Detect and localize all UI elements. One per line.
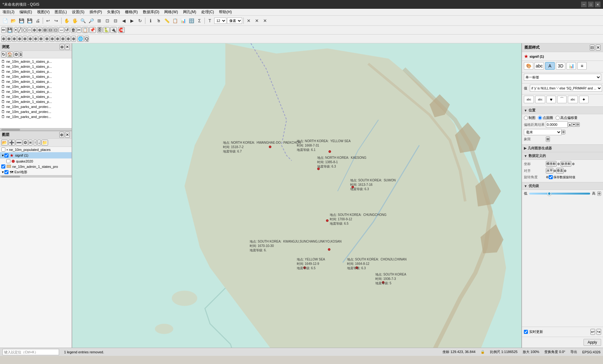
maximize-button[interactable]: □ — [588, 2, 594, 7]
plugin-manage-button[interactable]: 🔌 — [110, 27, 117, 33]
position-section-header[interactable]: ▼ 位置 — [522, 107, 603, 114]
zoom-in-button[interactable]: 🔍 — [79, 17, 87, 24]
python-console-button[interactable]: 🐍 — [103, 27, 110, 33]
unit-expr-btn[interactable]: ⚙ — [562, 130, 565, 134]
priority-section-header[interactable]: ▼ 优先级 — [522, 182, 603, 190]
paste-button[interactable]: 📌 — [89, 27, 96, 33]
y-coord-btn[interactable]: 纵坐标 — [561, 161, 571, 167]
menu-plugins[interactable]: 插件(P) — [87, 9, 105, 15]
tree-item-3[interactable]: 🗒 ne_10m_admin_1_states_p... — [0, 69, 72, 74]
apply-button[interactable]: Apply — [584, 339, 601, 346]
menu-settings[interactable]: 设置(S) — [69, 9, 87, 15]
menu-layer[interactable]: 图层(L) — [52, 9, 69, 15]
sum-button[interactable]: Σ — [196, 17, 203, 24]
tree-item-12[interactable]: 🗒 ne_10m_parks_and_protec... — [0, 114, 72, 119]
edit-toggle-button[interactable]: ✏ — [1, 27, 6, 33]
layer-up-btn[interactable]: ↑ — [34, 140, 37, 146]
annotation-button[interactable]: T — [206, 17, 214, 24]
v-align-btn[interactable]: 垂直 — [556, 168, 564, 174]
adv-btn6[interactable]: ⊕ — [28, 36, 33, 42]
style-icon-palette[interactable]: 🎨 — [524, 62, 533, 70]
distance-input[interactable] — [546, 121, 568, 128]
style-cross-btn[interactable]: ✦ — [579, 96, 589, 103]
pan-map-button[interactable]: 🖐 — [71, 17, 79, 24]
new-layer-btn[interactable]: ➕ — [8, 140, 15, 146]
digitize-btn2[interactable]: ⊗ — [37, 27, 42, 33]
save-as-button[interactable]: 💾 — [26, 17, 33, 24]
style-icon-label-active[interactable]: A — [545, 62, 555, 70]
menu-database[interactable]: 数据库(D) — [140, 9, 162, 15]
copy-button[interactable]: 📋 — [82, 27, 89, 33]
remove-layer-btn[interactable]: ➖ — [16, 140, 22, 146]
browser-hscroll[interactable] — [0, 128, 72, 131]
layer-more-btn[interactable]: ≡ — [29, 140, 32, 146]
node-tool-button[interactable]: ⊡ — [53, 27, 58, 33]
close-button[interactable]: ✕ — [595, 2, 600, 7]
tree-item-5[interactable]: 🗒 ne_10m_admin_1_states_p... — [0, 79, 72, 84]
refresh-button[interactable]: ↻ — [136, 17, 144, 24]
field-calc-button[interactable]: 🔢 — [187, 17, 195, 24]
qgis-btn[interactable]: Q — [84, 36, 89, 42]
save-layer-button[interactable]: 💾 — [7, 27, 13, 33]
menu-view[interactable]: 视图(V) — [35, 9, 52, 15]
geometry-section-header[interactable]: ▶ 几何图形生成器 — [522, 145, 603, 152]
tree-item-4[interactable]: 🗒 ne_10m_admin_1_states_p... — [0, 74, 72, 79]
snap-button[interactable]: ✕ — [245, 17, 253, 24]
h-align-btn[interactable]: 水平 — [546, 168, 553, 174]
layer-esri[interactable]: ▼ 🗺 Esri地形 — [0, 169, 72, 175]
layer-populated[interactable]: • ne_10m_populated_places — [0, 147, 72, 152]
font-unit-combo[interactable]: 像素 — [227, 18, 242, 24]
tree-item-2[interactable]: 🗒 ne_10m_admin_1_states_p... — [0, 64, 72, 69]
layer-quake2020[interactable]: quake2020 — [0, 158, 72, 164]
map-area[interactable]: 地点: NORTH KOREA: HWANGHAE-DO: PAEKCHON 时… — [72, 43, 521, 348]
layer-group-btn[interactable]: 📁 — [41, 140, 48, 146]
adv-btn12[interactable]: ⊕ — [61, 36, 65, 42]
adv-btn3[interactable]: ⊕ — [12, 36, 17, 42]
undo-style-btn[interactable]: ↩ — [590, 329, 595, 335]
adv-btn14[interactable]: ⊕ — [71, 36, 76, 42]
save-rotation-checkbox[interactable] — [549, 175, 553, 179]
tree-item-8[interactable]: 🗒 ne_10m_admin_1_states_p... — [0, 94, 72, 99]
position-offset[interactable]: 高点偏移量 — [556, 115, 578, 120]
move-feature-button[interactable]: ↔ — [59, 27, 64, 33]
position-around-point[interactable]: 点圆圈 — [538, 115, 553, 120]
measure-button[interactable]: 📏 — [163, 17, 171, 24]
browser-refresh-btn[interactable]: ↻ — [1, 51, 6, 57]
adv-btn1[interactable]: ⊕ — [1, 36, 6, 42]
identify-button[interactable]: ℹ — [147, 17, 154, 24]
style-abc-btn[interactable]: abc — [524, 96, 534, 103]
zoom-layer-button[interactable]: ⊡ — [104, 17, 111, 24]
tree-item-11[interactable]: 🗒 ne_10m_parks_and_protec... — [0, 109, 72, 114]
pan-button[interactable]: ✋ — [63, 17, 70, 24]
style-heart-btn[interactable]: ♥ — [546, 96, 556, 103]
zoom-prev-button[interactable]: ◀ — [120, 17, 128, 24]
tree-item-1[interactable]: 🗒 ne_10m_admin_1_states_p... — [0, 59, 72, 64]
adv-btn11[interactable]: ⊕ — [55, 36, 60, 42]
zoom-selection-button[interactable]: ⊟ — [112, 17, 119, 24]
statistics-button[interactable]: 📊 — [179, 17, 187, 24]
globe-btn[interactable]: 🌐 — [77, 36, 84, 42]
cut-button[interactable]: ✂ — [77, 27, 81, 33]
tree-item-7[interactable]: 🗒 ne_10m_admin_1_states_p... — [0, 89, 72, 94]
browser-close-btn[interactable]: ✕ — [65, 44, 70, 50]
tree-item-10[interactable]: 🗒 ne_10m_parks_and_protec... — [0, 104, 72, 109]
layer-signif-checkbox[interactable] — [4, 153, 8, 158]
db-manager-button[interactable]: 🗄 — [97, 27, 102, 33]
menu-project[interactable]: 项目(J) — [0, 9, 17, 15]
unit-combo[interactable]: 毫米 — [524, 129, 562, 135]
style-icon-chart[interactable]: 📊 — [567, 62, 576, 70]
redo-style-btn[interactable]: ↪ — [596, 329, 601, 335]
magnet-button[interactable]: 🧲 — [118, 27, 125, 33]
menu-help[interactable]: 帮助(H) — [216, 9, 234, 15]
menu-processing[interactable]: 处理(C) — [199, 9, 217, 15]
select-button[interactable]: 🖱 — [155, 17, 162, 24]
snap3-button[interactable]: ✕ — [261, 17, 269, 24]
data-defined-section-header[interactable]: ▼ 数据定义的 — [522, 152, 603, 160]
style-abc-bg-btn[interactable]: abc — [568, 96, 578, 103]
priority-slider-thumb[interactable] — [547, 192, 551, 195]
layer-admin-checkbox[interactable] — [1, 164, 5, 169]
priority-slider-track[interactable] — [529, 193, 590, 195]
snap2-button[interactable]: ✕ — [253, 17, 261, 24]
digitize-btn3[interactable]: ⊞ — [43, 27, 47, 33]
add-ring-button[interactable]: ○ — [28, 27, 31, 33]
